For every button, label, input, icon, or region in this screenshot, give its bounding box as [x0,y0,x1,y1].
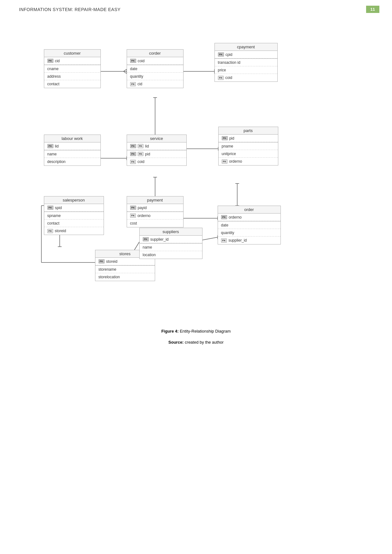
field-name: name [143,245,152,250]
entity-parts-title: parts [219,127,278,135]
badge-fk: FK [138,152,144,156]
badge-fk: FK [130,82,136,86]
entity-row: storelocation [95,273,155,281]
entity-row: FK coid [127,158,186,166]
field-name: coid [137,160,144,164]
svg-line-4 [124,71,127,74]
field-name: supplier_id [150,237,169,242]
field-name: lid [145,144,149,148]
field-name: contact [47,82,60,86]
field-name: cid [55,59,60,63]
source-content: created by the author [184,340,223,345]
field-name: payid [138,206,147,210]
entity-row: contact [44,80,100,88]
entity-row: FK cid [127,80,183,88]
badge-pk: PK [218,52,224,57]
field-name: orderno [137,214,150,218]
field-name: transaction id [218,60,240,65]
entity-row: FK orderno [219,158,278,165]
entity-order: order PK orderno date quantity FK suppli… [218,206,281,244]
entity-row: PK cid [44,57,100,65]
entity-row: PK coid [127,57,183,65]
badge-pk: PK [143,237,149,241]
badge-fk: FK [222,160,228,164]
entity-row: address [44,73,100,80]
entity-payment-title: payment [127,196,183,204]
entity-row: FK coid [215,74,277,81]
badge-fk: FK [218,76,224,80]
badge-fk: FK [130,160,136,164]
entity-payment: payment PK payid FK orderno cost [127,196,184,227]
entity-row: PK orderno [218,214,280,221]
badge-pk: PK [222,136,228,140]
field-name: cname [47,67,59,71]
entity-service: service PK FK lid PK FK pid FK coid [127,135,187,166]
field-name: cost [130,221,137,226]
page-header: INFORMATION SYSTEM: REPAIR-MADE EASY 11 [0,0,392,13]
entity-row: cost [127,220,183,227]
entity-row: storename [95,266,155,273]
entity-customer-title: customer [44,50,100,57]
diagram-container: customer PK cid cname address contact co… [22,22,370,322]
field-name: description [47,160,66,164]
field-name: supplier_id [228,238,247,243]
field-name: quantity [130,74,143,79]
entity-row: date [218,221,280,229]
entity-row: quantity [127,73,183,80]
field-name: cid [137,82,142,86]
entity-corder-title: corder [127,50,183,57]
entity-row: cname [44,65,100,73]
field-name: unitprice [222,152,236,156]
field-name: date [130,67,137,71]
entity-suppliers-title: suppliers [140,228,202,236]
entity-customer: customer PK cid cname address contact [44,49,101,88]
entity-row: unitprice [219,150,278,158]
entity-row: PK spid [44,204,104,212]
entity-suppliers: suppliers PK supplier_id name location [139,228,202,259]
page-title: INFORMATION SYSTEM: REPAIR-MADE EASY [19,7,121,12]
badge-pk: PK [47,144,53,148]
field-name: pname [222,144,233,148]
field-name: location [143,253,156,257]
field-name: contact [47,221,60,226]
entity-row: PK lid [44,142,100,150]
entity-cpayment: cpayment PK cpid transaction id price FK… [214,43,278,82]
badge-fk: FK [47,229,53,233]
field-name: pid [145,152,150,156]
source-bold: Source: [168,340,184,345]
entity-order-title: order [218,206,280,214]
entity-row: PK FK lid [127,142,186,150]
badge-pk: PK [130,59,136,63]
badge-fk: FK [130,214,136,218]
entity-row: PK pid [219,135,278,142]
page-number: 11 [366,6,379,13]
entity-labourwork-title: labour work [44,135,100,142]
badge-pk: PK [47,206,53,210]
badge-pk: PK [130,144,136,148]
field-name: coid [225,75,232,80]
badge-fk: FK [138,144,144,148]
field-name: spname [47,214,61,218]
entity-row: contact [44,220,104,227]
badge-pk: PK [130,152,136,156]
entity-row: PK supplier_id [140,236,202,243]
badge-pk: PK [130,206,136,210]
field-name: address [47,74,61,79]
field-name: quantity [221,231,234,235]
entity-row: FK orderno [127,212,183,220]
figure-caption-text: Entity-Relationship Diagram [179,329,231,334]
field-name: cpid [226,52,232,57]
svg-line-3 [124,69,127,71]
entity-row: quantity [218,229,280,237]
figure-caption-bold: Figure 4: [161,329,179,334]
entity-row: location [140,251,202,259]
entity-row: spname [44,212,104,220]
entity-labourwork: labour work PK lid name description [44,135,101,166]
field-name: orderno [229,215,242,220]
entity-row: FK storeid [44,227,104,235]
entity-cpayment-title: cpayment [215,43,277,51]
entity-corder: corder PK coid date quantity FK cid [127,49,184,88]
field-name: spid [55,206,62,210]
source-text: Source: created by the author [0,340,392,345]
entity-salesperson: salesperson PK spid spname contact FK st… [44,196,104,235]
